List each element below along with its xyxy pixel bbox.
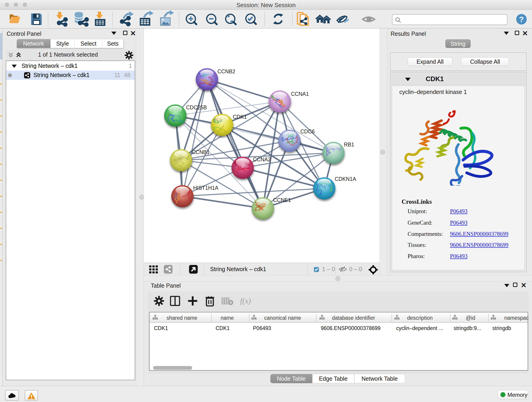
svg-text:CCNA1: CCNA1 (291, 91, 309, 97)
svg-text:?: ? (519, 15, 524, 24)
svg-text:CCNA2: CCNA2 (253, 157, 271, 162)
svg-text:RB1: RB1 (344, 142, 354, 148)
svg-text:CCNB2: CCNB2 (217, 69, 235, 75)
svg-text:CDKN1A: CDKN1A (335, 176, 356, 182)
svg-text:CDK1: CDK1 (233, 114, 247, 120)
svg-text:HIST1H1A: HIST1H1A (193, 185, 219, 191)
svg-text:CDC25B: CDC25B (186, 104, 207, 110)
svg-text:CCNE1: CCNE1 (273, 197, 291, 203)
svg-text:CCNB1: CCNB1 (192, 149, 210, 155)
svg-text:CDC6: CDC6 (300, 128, 315, 134)
